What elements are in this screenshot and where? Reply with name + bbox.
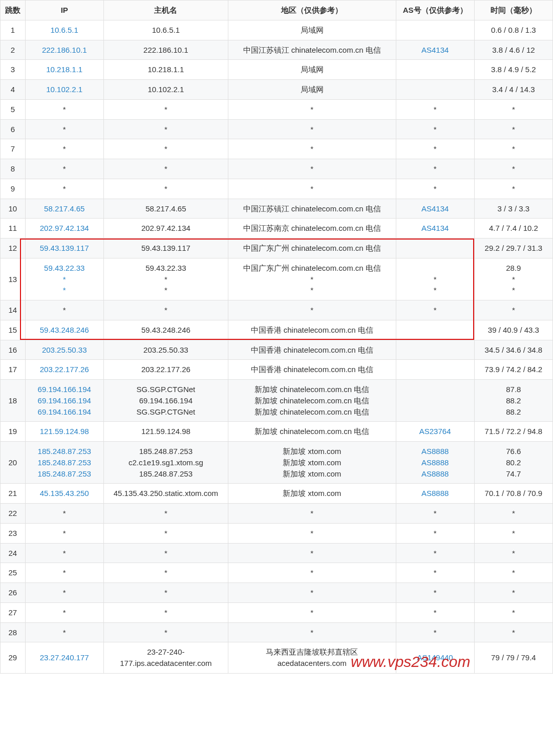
header-ip: IP [25,1,103,20]
header-region: 地区（仅供参考） [228,1,396,20]
header-asn: AS号（仅供参考） [396,1,474,20]
cell-hop: 1 [1,20,26,40]
cell-hop: 16 [1,340,26,360]
cell-time: 39 / 40.9 / 43.3 [474,320,552,340]
cell-asn[interactable]: AS4134 [396,219,474,239]
cell-time: * [474,583,552,603]
cell-asn[interactable]: AS4134 [396,40,474,60]
cell-hop: 8 [1,159,26,179]
cell-time: * [474,523,552,543]
table-row: 19121.59.124.98121.59.124.98新加坡 chinatel… [1,422,553,442]
cell-time: * [474,119,552,139]
cell-asn: * [396,504,474,524]
cell-region: 新加坡 xtom.com 新加坡 xtom.com 新加坡 xtom.com [228,442,396,484]
cell-time: 3.8 / 4.9 / 5.2 [474,60,552,80]
cell-hop: 29 [1,642,26,674]
cell-region: 中国广东广州 chinatelecom.com.cn 电信 [228,239,396,258]
cell-ip[interactable]: 45.135.43.250 [25,484,103,504]
cell-time: 71.5 / 72.2 / 94.8 [474,422,552,442]
cell-asn: * [396,159,474,179]
cell-host: 203.22.177.26 [103,360,228,380]
cell-host: 58.217.4.65 [103,199,228,219]
table-row: 27***** [1,602,553,622]
cell-ip[interactable]: 59.43.22.33 * * [25,258,103,300]
cell-region: 中国江苏镇江 chinatelecom.com.cn 电信 [228,199,396,219]
cell-host: * [103,119,228,139]
cell-time: 87.8 88.2 88.2 [474,380,552,422]
cell-ip[interactable]: 203.25.50.33 [25,340,103,360]
cell-ip: * [25,523,103,543]
table-row: 26***** [1,583,553,603]
cell-ip: * [25,543,103,563]
cell-region: * [228,179,396,199]
cell-region: * [228,159,396,179]
cell-ip[interactable]: 10.6.5.1 [25,20,103,40]
cell-ip[interactable]: 59.43.248.246 [25,320,103,340]
cell-host: * [103,504,228,524]
cell-host: 10.6.5.1 [103,20,228,40]
cell-region: 中国江苏镇江 chinatelecom.com.cn 电信 [228,40,396,60]
cell-asn [396,360,474,380]
cell-host: 202.97.42.134 [103,219,228,239]
table-row: 1559.43.248.24659.43.248.246中国香港 chinate… [1,320,553,340]
cell-region: 中国香港 chinatelecom.com.cn 电信 [228,340,396,360]
table-row: 23***** [1,523,553,543]
table-row: 1869.194.166.194 69.194.166.194 69.194.1… [1,380,553,422]
cell-host: 23-27-240-177.ips.acedatacenter.com [103,642,228,674]
cell-ip[interactable]: 10.102.2.1 [25,80,103,100]
table-row: 14***** [1,300,553,320]
table-row: 17203.22.177.26203.22.177.26中国香港 chinate… [1,360,553,380]
cell-ip[interactable]: 23.27.240.177 [25,642,103,674]
cell-region: 局域网 [228,60,396,80]
table-row: 9***** [1,179,553,199]
cell-asn: * * [396,258,474,300]
cell-asn[interactable]: AS23764 [396,422,474,442]
cell-region: 新加坡 chinatelecom.com.cn 电信 新加坡 chinatele… [228,380,396,422]
cell-hop: 4 [1,80,26,100]
cell-time: * [474,543,552,563]
table-row: 24***** [1,543,553,563]
cell-asn[interactable]: AS149440 [396,642,474,674]
table-row: 11202.97.42.134202.97.42.134中国江苏南京 china… [1,219,553,239]
table-row: 16203.25.50.33203.25.50.33中国香港 chinatele… [1,340,553,360]
cell-asn: * [396,622,474,642]
cell-ip[interactable]: 10.218.1.1 [25,60,103,80]
cell-region: * [228,563,396,583]
cell-ip[interactable]: 59.43.139.117 [25,239,103,258]
cell-ip[interactable]: 58.217.4.65 [25,199,103,219]
cell-hop: 17 [1,360,26,380]
cell-host: 59.43.22.33 * * [103,258,228,300]
table-row: 8***** [1,159,553,179]
cell-host: 59.43.139.117 [103,239,228,258]
cell-region: 新加坡 chinatelecom.com.cn 电信 [228,422,396,442]
cell-ip[interactable]: 185.248.87.253 185.248.87.253 185.248.87… [25,442,103,484]
cell-ip: * [25,139,103,159]
cell-time: 34.5 / 34.6 / 34.8 [474,340,552,360]
cell-region: 局域网 [228,20,396,40]
cell-asn[interactable]: AS8888 [396,484,474,504]
cell-region: * [228,622,396,642]
table-row: 1359.43.22.33 * *59.43.22.33 * *中国广东广州 c… [1,258,553,300]
cell-time: 3 / 3 / 3.3 [474,199,552,219]
cell-time: 76.6 80.2 74.7 [474,442,552,484]
table-row: 2145.135.43.25045.135.43.250.static.xtom… [1,484,553,504]
cell-asn[interactable]: AS4134 [396,199,474,219]
cell-ip: * [25,119,103,139]
cell-ip[interactable]: 121.59.124.98 [25,422,103,442]
cell-host: 222.186.10.1 [103,40,228,60]
cell-asn[interactable]: AS8888 AS8888 AS8888 [396,442,474,484]
cell-region: * [228,504,396,524]
cell-hop: 21 [1,484,26,504]
cell-host: 10.218.1.1 [103,60,228,80]
table-row: 2923.27.240.17723-27-240-177.ips.acedata… [1,642,553,674]
cell-ip[interactable]: 203.22.177.26 [25,360,103,380]
cell-ip[interactable]: 69.194.166.194 69.194.166.194 69.194.166… [25,380,103,422]
cell-ip: * [25,159,103,179]
cell-ip[interactable]: 222.186.10.1 [25,40,103,60]
cell-hop: 13 [1,258,26,300]
cell-time: 70.1 / 70.8 / 70.9 [474,484,552,504]
cell-time: 29.2 / 29.7 / 31.3 [474,239,552,258]
cell-asn [396,80,474,100]
header-hop: 跳数 [1,1,26,20]
cell-ip[interactable]: 202.97.42.134 [25,219,103,239]
